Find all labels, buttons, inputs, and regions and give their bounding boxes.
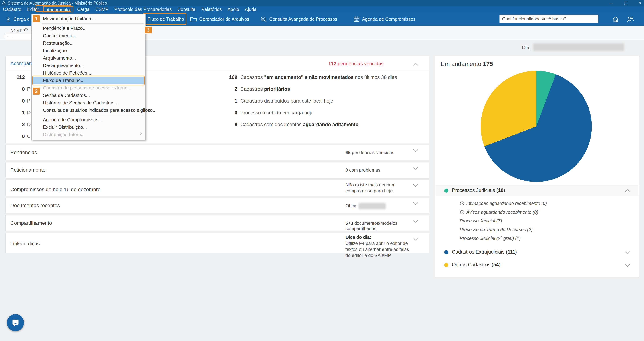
menu-item-excluir-distribuicao[interactable]: Excluir Distribuição... bbox=[32, 124, 145, 131]
accordion-status: Ofício bbox=[346, 203, 386, 209]
home-icon[interactable] bbox=[612, 16, 619, 24]
menu-carga[interactable]: Carga bbox=[74, 6, 92, 12]
calendar-icon bbox=[353, 16, 360, 22]
users-icon[interactable] bbox=[626, 16, 634, 24]
agenda-compromissos-button[interactable]: Agenda de Compromissos bbox=[353, 12, 416, 26]
teal-dot-icon bbox=[444, 189, 448, 193]
legend-label: Processos Judiciais (10) bbox=[452, 188, 505, 193]
chevron-down-icon[interactable] bbox=[413, 147, 418, 152]
info-row-value: 1 bbox=[220, 98, 237, 104]
menu-ajuda[interactable]: Ajuda bbox=[242, 6, 260, 12]
process-number-input[interactable]: · · bbox=[5, 34, 32, 39]
right-panel-title: Em andamento 175 bbox=[441, 60, 493, 68]
info-row-value: 169 bbox=[220, 74, 237, 80]
fluxo-de-trabalho-button[interactable]: Fluxo de Trabalho bbox=[148, 12, 184, 26]
accordion-compromissos[interactable]: Compromissos de hoje 16 de dezembro Não … bbox=[6, 180, 429, 196]
chevron-down-icon[interactable] bbox=[625, 262, 630, 267]
left-row-label-fragment: P bbox=[27, 98, 30, 104]
clock-icon bbox=[460, 201, 464, 206]
menu-item-consulta-usuarios-sigiloso[interactable]: Consulta de usuários indicados para aces… bbox=[32, 106, 145, 114]
info-row-label: Cadastros "em andamento" e não movimenta… bbox=[240, 74, 397, 80]
menu-item-fluxo-de-trabalho[interactable]: Fluxo de Trabalho... bbox=[32, 77, 145, 84]
andamento-dropdown-menu: Movimentação Unitária... Pendência e Pra… bbox=[32, 14, 146, 140]
legend-subitem[interactable]: Processo Judicial (7) bbox=[460, 217, 502, 224]
menu-item-cadastro-pessoas-acesso-externo: Cadastro de pessoas de acesso externo... bbox=[32, 84, 145, 92]
chevron-down-icon[interactable] bbox=[413, 164, 418, 170]
accordion-peticionamento[interactable]: Peticionamento 0 com problemas bbox=[6, 162, 429, 178]
undo-icon[interactable]: ↶ bbox=[23, 27, 28, 33]
menu-csmp[interactable]: CSMP bbox=[92, 6, 112, 12]
left-row-value: 1 bbox=[13, 110, 25, 116]
chat-bubble-icon bbox=[11, 318, 20, 327]
annotation-step-3: 3 bbox=[145, 26, 152, 34]
info-row-label: Processo recebido em carga hoje bbox=[240, 110, 314, 116]
legend-cadastros-extrajudiciais[interactable]: Cadastros Extrajudiciais (111) bbox=[435, 247, 639, 258]
accordion-compartilhamento[interactable]: Compartilhamento 578 documentos/modelos … bbox=[6, 215, 429, 231]
tip-text: Utilize F4 para abrir o editor de textos… bbox=[346, 240, 413, 258]
chevron-up-icon[interactable] bbox=[413, 63, 418, 68]
accordion-pendencias[interactable]: Pendências 65 pendências vencidas bbox=[6, 145, 429, 160]
menu-item-arquivamento[interactable]: Arquivamento... bbox=[32, 54, 145, 62]
document-name-redacted bbox=[358, 203, 386, 209]
menu-item-agenda-compromissos[interactable]: Agenda de Compromissos... bbox=[32, 116, 145, 124]
legend-processos-judiciais[interactable]: Processos Judiciais (10) bbox=[435, 185, 639, 196]
consulta-avancada-button[interactable]: Consulta Avançada de Processos bbox=[260, 12, 337, 26]
yellow-dot-icon bbox=[444, 263, 448, 267]
menu-bar: Cadastro Editor Andamento Carga CSMP Pro… bbox=[0, 6, 644, 12]
menu-editor[interactable]: Editor bbox=[24, 6, 42, 12]
menu-separator bbox=[42, 24, 144, 24]
menu-item-movimentacao-unitaria[interactable]: Movimentação Unitária... bbox=[32, 15, 145, 22]
menu-andamento[interactable]: Andamento bbox=[43, 6, 73, 12]
menu-item-historico-senhas[interactable]: Histórico de Senhas de Cadastros... bbox=[32, 99, 145, 106]
chat-fab-button[interactable] bbox=[7, 314, 24, 331]
maximize-button[interactable]: ▢ bbox=[624, 1, 628, 6]
info-row-value: 2 bbox=[220, 86, 237, 92]
menu-item-desarquivamento[interactable]: Desarquivamento... bbox=[32, 62, 145, 69]
accordion-status: 65 pendências vencidas bbox=[346, 150, 394, 155]
legend-subitem[interactable]: Processo Judicial (2º grau) (1) bbox=[460, 235, 521, 242]
chevron-down-icon[interactable] bbox=[413, 200, 418, 205]
annotation-step-2: 2 bbox=[33, 88, 40, 94]
accordion-title: Links e dicas bbox=[10, 241, 40, 247]
left-row-label-fragment: P bbox=[27, 86, 30, 92]
info-row-label: Cadastros prioritários bbox=[240, 86, 290, 92]
minimize-button[interactable]: — bbox=[609, 1, 613, 6]
chevron-down-icon[interactable] bbox=[413, 182, 418, 187]
menu-item-pendencia-prazo[interactable]: Pendência e Prazo... bbox=[32, 24, 145, 32]
menu-item-cancelamento[interactable]: Cancelamento... bbox=[32, 32, 145, 40]
chevron-up-icon[interactable] bbox=[625, 190, 630, 194]
left-row-value: 0 bbox=[13, 86, 25, 92]
menu-item-restauracao[interactable]: Restauração... bbox=[32, 40, 145, 47]
legend-subitem[interactable]: Avisos aguardando recebimento (0) bbox=[460, 208, 538, 216]
chevron-down-icon[interactable] bbox=[413, 236, 418, 240]
legend-subitem[interactable]: Intimações aguardando recebimento (0) bbox=[460, 200, 547, 207]
left-row-label-fragment: C bbox=[27, 134, 31, 139]
menu-item-historico-peticoes[interactable]: Histórico de Petições... bbox=[32, 69, 145, 77]
close-button[interactable]: ✕ bbox=[638, 1, 642, 6]
accordion-documentos-recentes[interactable]: Documentos recentes Ofício bbox=[6, 198, 429, 214]
accordion-title: Compromissos de hoje 16 de dezembro bbox=[10, 187, 100, 192]
menu-consulta[interactable]: Consulta bbox=[174, 6, 198, 12]
document-search-icon bbox=[260, 16, 267, 22]
menu-item-senha-cadastros[interactable]: Senha de Cadastros... bbox=[32, 92, 145, 99]
menu-apoio[interactable]: Apoio bbox=[224, 6, 242, 12]
menu-item-finalizacao[interactable]: Finalização... bbox=[32, 47, 145, 54]
gerenciador-arquivos-button[interactable]: Gerenciador de Arquivos bbox=[190, 12, 249, 26]
left-row-value: 0 bbox=[13, 134, 25, 139]
folder-icon bbox=[190, 16, 197, 22]
menu-protocolo[interactable]: Protocolo das Procuradorias bbox=[112, 6, 174, 12]
window-title: Sistema de Automação da Justiça - Minist… bbox=[8, 1, 107, 6]
greeting-label: Olá, bbox=[522, 45, 530, 50]
search-input[interactable] bbox=[499, 14, 598, 23]
menu-cadastro[interactable]: Cadastro bbox=[0, 6, 24, 12]
app-logo-icon bbox=[2, 0, 6, 6]
legend-subitem[interactable]: Processo da Turma de Recursos (2) bbox=[460, 226, 532, 233]
clock-icon bbox=[460, 210, 464, 214]
menu-relatorios[interactable]: Relatórios bbox=[198, 6, 224, 12]
legend-outros-cadastros[interactable]: Outros Cadastros (54) bbox=[435, 260, 639, 270]
left-row-label-fragment: D bbox=[27, 110, 31, 116]
pendencias-vencidas-header: 112 pendências vencidas bbox=[328, 61, 384, 66]
info-row-value: 8 bbox=[220, 122, 237, 128]
accordion-links-dicas[interactable]: Links e dicas Dica do dia: Utilize F4 pa… bbox=[6, 233, 429, 254]
chevron-down-icon[interactable] bbox=[625, 249, 630, 254]
